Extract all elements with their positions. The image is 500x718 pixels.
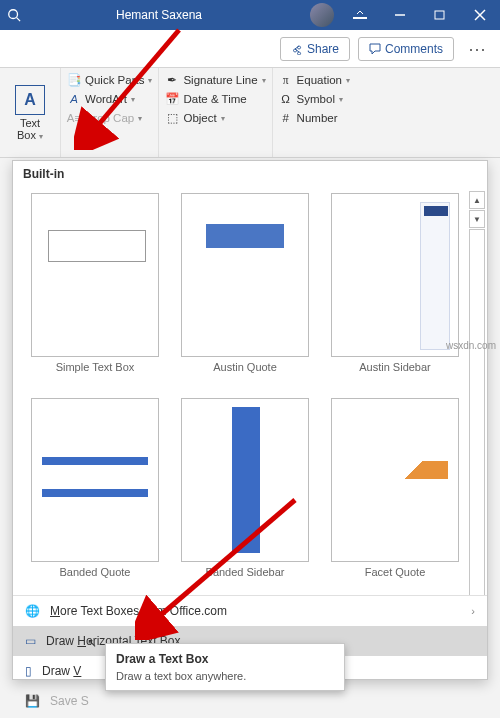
share-row: Share Comments ⋯ [0, 30, 500, 68]
datetime-label: Date & Time [183, 93, 246, 105]
save-label: Save S [50, 694, 89, 708]
number-button[interactable]: #Number [279, 110, 350, 126]
thumb-label: Banded Sidebar [206, 566, 285, 578]
calendar-icon: 📅 [165, 92, 179, 106]
object-button[interactable]: ⬚Object ▾ [165, 110, 265, 126]
quickparts-label: Quick Parts [85, 74, 144, 86]
quick-parts-button[interactable]: 📑Quick Parts ▾ [67, 72, 152, 88]
signature-label: Signature Line [183, 74, 257, 86]
thumb-facet-quote [331, 398, 459, 562]
comment-icon [369, 43, 381, 55]
gallery-item[interactable]: Banded Quote [27, 398, 163, 589]
thumb-austin-quote [181, 193, 309, 357]
wordart-label: WordArt [85, 93, 127, 105]
text-group: 📑Quick Parts ▾ AWordArt ▾ A≡Drop Cap ▾ [61, 68, 159, 157]
wordart-button[interactable]: AWordArt ▾ [67, 91, 152, 107]
tooltip-body: Draw a text box anywhere. [116, 670, 334, 682]
save-icon: 💾 [25, 694, 40, 708]
svg-line-1 [17, 18, 21, 22]
gallery-scroll: ▲ ▼ [469, 191, 485, 595]
signature-button[interactable]: ✒Signature Line ▾ [165, 72, 265, 88]
cursor-icon: ↖ [87, 636, 97, 650]
user-name: Hemant Saxena [28, 8, 310, 22]
gallery-item[interactable]: Banded Sidebar [177, 398, 313, 589]
tooltip-title: Draw a Text Box [116, 652, 334, 666]
quickparts-icon: 📑 [67, 73, 81, 87]
svg-rect-4 [435, 11, 444, 19]
object-icon: ⬚ [165, 111, 179, 125]
vertical-textbox-icon: ▯ [25, 664, 32, 678]
gallery-thumbs: Simple Text Box Austin Quote Austin Side… [13, 187, 487, 595]
share-label: Share [307, 42, 339, 56]
watermark: wsxdn.com [446, 340, 496, 351]
gallery-item[interactable]: Austin Quote [177, 193, 313, 384]
equation-label: Equation [297, 74, 342, 86]
avatar[interactable] [310, 3, 334, 27]
number-icon: # [279, 111, 293, 125]
thumb-label: Facet Quote [365, 566, 426, 578]
maximize-button[interactable] [420, 0, 460, 30]
gallery-item[interactable]: Austin Sidebar [327, 193, 463, 384]
thumb-label: Austin Sidebar [359, 361, 431, 373]
tooltip: Draw a Text Box Draw a text box anywhere… [105, 643, 345, 691]
gallery-item[interactable]: Simple Text Box [27, 193, 163, 384]
title-bar: Hemant Saxena [0, 0, 500, 30]
textbox-label-2: Box ▾ [17, 129, 43, 141]
svg-point-0 [9, 10, 18, 19]
chevron-right-icon: › [471, 605, 475, 617]
dropcap-button[interactable]: A≡Drop Cap ▾ [67, 110, 152, 126]
thumb-banded-sidebar [181, 398, 309, 562]
share-button[interactable]: Share [280, 37, 350, 61]
thumb-austin-sidebar [331, 193, 459, 357]
number-label: Number [297, 112, 338, 124]
gallery-item[interactable]: Facet Quote [327, 398, 463, 589]
scroll-track[interactable] [469, 229, 485, 595]
textbox-label-1: Text [20, 117, 40, 129]
drawv-label: Draw V [42, 664, 81, 678]
signature-icon: ✒ [165, 73, 179, 87]
more-label: MMore Text Boxes from Office.comore Text… [50, 604, 227, 618]
search-icon[interactable] [0, 8, 28, 22]
datetime-button[interactable]: 📅Date & Time [165, 91, 265, 107]
symbols-group: πEquation ▾ ΩSymbol ▾ #Number [273, 68, 356, 157]
equation-icon: π [279, 73, 293, 87]
textbox-icon: ▭ [25, 634, 36, 648]
text-box-button[interactable]: A Text Box ▾ [6, 72, 54, 153]
textbox-group: A Text Box ▾ [0, 68, 61, 157]
overflow-menu[interactable]: ⋯ [462, 38, 492, 60]
symbol-label: Symbol [297, 93, 335, 105]
dropcap-icon: A≡ [67, 111, 81, 125]
equation-button[interactable]: πEquation ▾ [279, 72, 350, 88]
object-label: Object [183, 112, 216, 124]
ribbon-options-icon[interactable] [340, 0, 380, 30]
ribbon: A Text Box ▾ 📑Quick Parts ▾ AWordArt ▾ A… [0, 68, 500, 158]
minimize-button[interactable] [380, 0, 420, 30]
more-textboxes-item[interactable]: 🌐 MMore Text Boxes from Office.comore Te… [13, 596, 487, 626]
globe-icon: 🌐 [25, 604, 40, 618]
textbox-gallery: Built-in Simple Text Box Austin Quote Au… [12, 160, 488, 680]
comments-button[interactable]: Comments [358, 37, 454, 61]
gallery-header: Built-in [13, 161, 487, 187]
scroll-up-button[interactable]: ▲ [469, 191, 485, 209]
insert-group: ✒Signature Line ▾ 📅Date & Time ⬚Object ▾ [159, 68, 272, 157]
share-icon [291, 43, 303, 55]
dropcap-label: Drop Cap [85, 112, 134, 124]
svg-rect-2 [353, 17, 367, 19]
thumb-label: Banded Quote [60, 566, 131, 578]
thumb-label: Austin Quote [213, 361, 277, 373]
text-box-icon: A [15, 85, 45, 115]
scroll-down-button[interactable]: ▼ [469, 210, 485, 228]
comments-label: Comments [385, 42, 443, 56]
symbol-button[interactable]: ΩSymbol ▾ [279, 91, 350, 107]
thumb-banded-quote [31, 398, 159, 562]
thumb-label: Simple Text Box [56, 361, 135, 373]
thumb-simple [31, 193, 159, 357]
close-button[interactable] [460, 0, 500, 30]
wordart-icon: A [67, 92, 81, 106]
symbol-icon: Ω [279, 92, 293, 106]
